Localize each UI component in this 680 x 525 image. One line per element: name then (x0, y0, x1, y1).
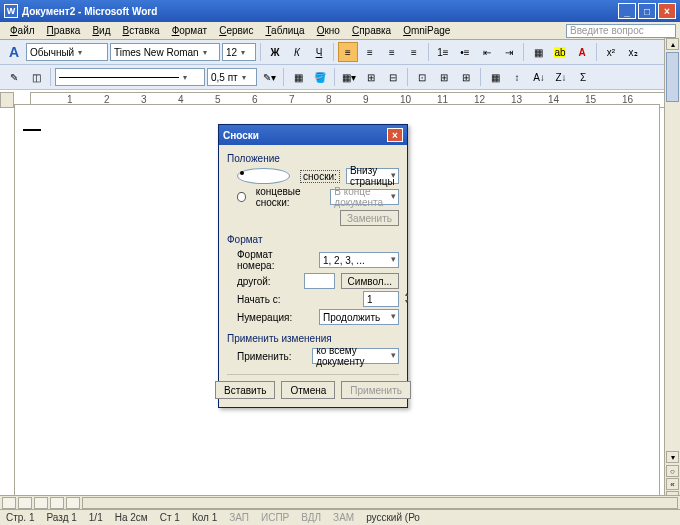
scroll-down-button[interactable]: ▾ (666, 451, 679, 463)
horizontal-scrollbar[interactable] (82, 497, 678, 509)
bold-button[interactable]: Ж (265, 42, 285, 62)
font-color-button[interactable]: A (572, 42, 592, 62)
menu-help[interactable]: Справка (346, 24, 397, 37)
align-left-button[interactable]: ≡ (338, 42, 358, 62)
menu-omnipage[interactable]: OmniPage (397, 24, 456, 37)
menu-file[interactable]: Файл (4, 24, 41, 37)
custom-mark-input[interactable] (304, 273, 334, 289)
normal-view-button[interactable] (2, 497, 16, 509)
scroll-up-button[interactable]: ▴ (666, 38, 679, 50)
style-value: Обычный (30, 47, 74, 58)
borders-button[interactable]: ▦ (528, 42, 548, 62)
cursor-line (23, 129, 41, 131)
status-page: Стр. 1 (6, 512, 34, 523)
style-dropdown[interactable]: Обычный▾ (26, 43, 108, 61)
subscript-button[interactable]: x₂ (623, 42, 643, 62)
sort-desc-button[interactable]: Z↓ (551, 67, 571, 87)
vertical-scrollbar[interactable]: ▴ ▾ ○ « » (664, 38, 680, 503)
scroll-thumb[interactable] (666, 52, 679, 102)
footnotes-radio[interactable] (237, 168, 290, 184)
sort-asc-button[interactable]: A↓ (529, 67, 549, 87)
menu-edit[interactable]: Правка (41, 24, 87, 37)
symbol-button[interactable]: Символ... (341, 273, 399, 289)
styles-pane-button[interactable]: A (4, 42, 24, 62)
increase-indent-button[interactable]: ⇥ (499, 42, 519, 62)
section-format-label: Формат (227, 234, 399, 245)
custom-mark-label: другой: (237, 276, 298, 287)
align-right-button[interactable]: ≡ (382, 42, 402, 62)
eraser-button[interactable]: ◫ (26, 67, 46, 87)
status-language[interactable]: русский (Ро (366, 512, 420, 523)
distribute-cols-button[interactable]: ⊞ (456, 67, 476, 87)
numbering-dropdown[interactable]: Продолжить (319, 309, 399, 325)
menu-bar: Файл Правка Вид Вставка Формат Сервис Та… (0, 22, 680, 40)
menu-window[interactable]: Окно (311, 24, 346, 37)
font-value: Times New Roman (114, 47, 199, 58)
decrease-indent-button[interactable]: ⇤ (477, 42, 497, 62)
section-position-label: Положение (227, 153, 399, 164)
tab-selector[interactable] (0, 92, 14, 108)
menu-insert[interactable]: Вставка (116, 24, 165, 37)
menu-view[interactable]: Вид (86, 24, 116, 37)
endnotes-radio-label[interactable]: концевые сноски: (256, 186, 325, 208)
status-pages: 1/1 (89, 512, 103, 523)
highlight-button[interactable]: ab (550, 42, 570, 62)
autoformat-button[interactable]: ▦ (485, 67, 505, 87)
justify-button[interactable]: ≡ (404, 42, 424, 62)
web-view-button[interactable] (18, 497, 32, 509)
menu-format[interactable]: Формат (166, 24, 214, 37)
section-apply-label: Применить изменения (227, 333, 399, 344)
footnotes-dialog: Сноски × Положение сноски: Внизу страниц… (218, 124, 408, 408)
status-line: Ст 1 (160, 512, 180, 523)
status-rec[interactable]: ЗАП (229, 512, 249, 523)
maximize-button[interactable]: □ (638, 3, 656, 19)
numbered-list-button[interactable]: 1≡ (433, 42, 453, 62)
apply-to-dropdown[interactable]: ко всему документу (312, 348, 399, 364)
dialog-titlebar[interactable]: Сноски × (219, 125, 407, 145)
insert-table-button[interactable]: ▦▾ (339, 67, 359, 87)
convert-button: Заменить (340, 210, 399, 226)
italic-button[interactable]: К (287, 42, 307, 62)
font-size-dropdown[interactable]: 12▾ (222, 43, 256, 61)
status-trk[interactable]: ИСПР (261, 512, 289, 523)
prev-page-button[interactable]: « (666, 478, 679, 490)
view-bar (0, 495, 680, 509)
status-ovr[interactable]: ЗАМ (333, 512, 354, 523)
superscript-button[interactable]: x² (601, 42, 621, 62)
print-view-button[interactable] (34, 497, 48, 509)
footnote-location-dropdown[interactable]: Внизу страницы (346, 168, 399, 184)
font-dropdown[interactable]: Times New Roman▾ (110, 43, 220, 61)
endnote-location-dropdown: В конце документа (330, 189, 399, 205)
line-width-dropdown[interactable]: 0,5 пт▾ (207, 68, 257, 86)
footnotes-radio-label[interactable]: сноски: (300, 170, 340, 183)
dialog-close-button[interactable]: × (387, 128, 403, 142)
endnotes-radio[interactable] (237, 192, 246, 202)
distribute-rows-button[interactable]: ⊞ (434, 67, 454, 87)
cancel-button[interactable]: Отмена (281, 381, 335, 399)
bulleted-list-button[interactable]: •≡ (455, 42, 475, 62)
border-color-button[interactable]: ✎▾ (259, 67, 279, 87)
menu-table[interactable]: Таблица (259, 24, 310, 37)
minimize-button[interactable]: _ (618, 3, 636, 19)
menu-tools[interactable]: Сервис (213, 24, 259, 37)
close-button[interactable]: × (658, 3, 676, 19)
merge-cells-button[interactable]: ⊞ (361, 67, 381, 87)
text-direction-button[interactable]: ↕ (507, 67, 527, 87)
outside-border-button[interactable]: ▦ (288, 67, 308, 87)
align-cells-button[interactable]: ⊡ (412, 67, 432, 87)
align-center-button[interactable]: ≡ (360, 42, 380, 62)
shading-color-button[interactable]: 🪣 (310, 67, 330, 87)
insert-button[interactable]: Вставить (215, 381, 275, 399)
number-format-dropdown[interactable]: 1, 2, 3, ... (319, 252, 399, 268)
underline-button[interactable]: Ч (309, 42, 329, 62)
help-search-input[interactable]: Введите вопрос (566, 24, 676, 38)
status-ext[interactable]: ВДЛ (301, 512, 321, 523)
draw-table-button[interactable]: ✎ (4, 67, 24, 87)
outline-view-button[interactable] (50, 497, 64, 509)
start-at-input[interactable]: 1 (363, 291, 399, 307)
line-style-dropdown[interactable]: ▾ (55, 68, 205, 86)
autosum-button[interactable]: Σ (573, 67, 593, 87)
reading-view-button[interactable] (66, 497, 80, 509)
split-cells-button[interactable]: ⊟ (383, 67, 403, 87)
browse-object-button[interactable]: ○ (666, 465, 679, 477)
